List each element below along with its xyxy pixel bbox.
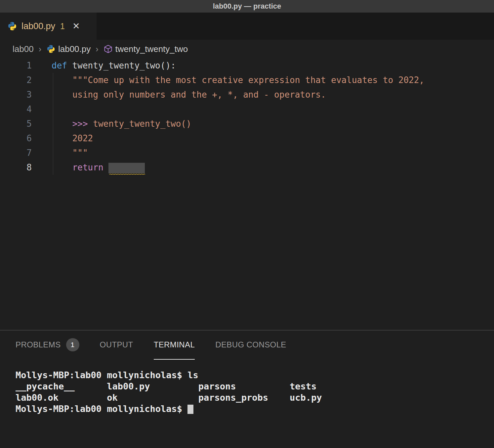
- code-line[interactable]: 8 return ~~~~~~~~~~~~~~: [0, 160, 494, 175]
- panel-tab-problems[interactable]: PROBLEMS1: [16, 331, 79, 360]
- code-line[interactable]: 3 using only numbers and the +, *, and -…: [0, 87, 494, 102]
- terminal-content[interactable]: Mollys-MBP:lab00 mollynicholas$ ls__pyca…: [0, 360, 494, 415]
- code-text: 2022: [52, 131, 93, 146]
- window-titlebar: lab00.py — practice: [0, 0, 494, 13]
- panel-tab-label: OUTPUT: [100, 340, 133, 349]
- chevron-right-icon: ›: [39, 44, 41, 54]
- code-text: >>> twenty_twenty_two(): [52, 116, 191, 131]
- panel-tab-debug-console[interactable]: DEBUG CONSOLE: [215, 331, 286, 360]
- editor-lines: 1def twenty_twenty_two():2 """Come up wi…: [0, 58, 494, 175]
- symbol-cube-icon: [103, 44, 113, 54]
- terminal-line: Mollys-MBP:lab00 mollynicholas$ ls: [16, 370, 494, 381]
- line-number: 3: [0, 87, 32, 102]
- editor-tabstrip: lab00.py 1 ✕: [0, 13, 494, 40]
- python-icon: [7, 21, 17, 31]
- terminal-cursor: [187, 405, 193, 414]
- warning-squiggle-icon: ~~~~~~~~~~~~~~: [109, 171, 145, 177]
- code-text: """: [52, 146, 88, 160]
- indent-guide: [53, 73, 53, 175]
- breadcrumb: lab00 › lab00.py › twenty_twenty_two: [0, 40, 494, 58]
- code-text: return ~~~~~~~~~~~~~~: [52, 160, 145, 175]
- selection-box: ~~~~~~~~~~~~~~: [108, 163, 145, 173]
- window-title: lab00.py — practice: [213, 2, 281, 11]
- terminal-line: Mollys-MBP:lab00 mollynicholas$: [16, 403, 494, 415]
- editor[interactable]: 1def twenty_twenty_two():2 """Come up wi…: [0, 58, 494, 330]
- panel-tab-output[interactable]: OUTPUT: [100, 331, 133, 360]
- line-number: 1: [0, 58, 32, 73]
- terminal-line: __pycache__ lab00.py parsons tests: [16, 381, 494, 392]
- tab-filename: lab00.py: [21, 21, 55, 31]
- panel-tab-label: TERMINAL: [154, 340, 195, 349]
- close-icon[interactable]: ✕: [72, 21, 80, 31]
- terminal-line: lab00.ok ok parsons_probs ucb.py: [16, 392, 494, 403]
- breadcrumb-folder[interactable]: lab00: [13, 44, 34, 54]
- panel-tab-label: PROBLEMS: [16, 340, 61, 349]
- line-number: 8: [0, 160, 32, 175]
- code-line[interactable]: 7 """: [0, 146, 494, 160]
- code-text: """Come up with the most creative expres…: [52, 73, 424, 87]
- problems-count-badge: 1: [66, 338, 79, 351]
- code-line[interactable]: 6 2022: [0, 131, 494, 146]
- tab-problem-count: 1: [60, 22, 65, 31]
- breadcrumb-file[interactable]: lab00.py: [58, 44, 91, 54]
- panel-tab-terminal[interactable]: TERMINAL: [154, 331, 195, 360]
- breadcrumb-symbol[interactable]: twenty_twenty_two: [115, 44, 188, 54]
- line-number: 4: [0, 102, 32, 116]
- python-icon: [46, 44, 56, 54]
- code-text: using only numbers and the +, *, and - o…: [52, 87, 326, 102]
- bottom-panel: PROBLEMS1OUTPUTTERMINALDEBUG CONSOLE Mol…: [0, 330, 494, 448]
- code-line[interactable]: 1def twenty_twenty_two():: [0, 58, 494, 73]
- code-line[interactable]: 5 >>> twenty_twenty_two(): [0, 116, 494, 131]
- panel-tab-label: DEBUG CONSOLE: [215, 340, 286, 349]
- chevron-right-icon: ›: [96, 44, 98, 54]
- code-line[interactable]: 4: [0, 102, 494, 116]
- editor-tab-lab00[interactable]: lab00.py 1 ✕: [0, 13, 97, 40]
- line-number: 5: [0, 116, 32, 131]
- line-number: 6: [0, 131, 32, 146]
- panel-tabs: PROBLEMS1OUTPUTTERMINALDEBUG CONSOLE: [0, 331, 494, 360]
- code-text: def twenty_twenty_two():: [52, 58, 176, 73]
- line-number: 2: [0, 73, 32, 87]
- line-number: 7: [0, 146, 32, 160]
- code-line[interactable]: 2 """Come up with the most creative expr…: [0, 73, 494, 87]
